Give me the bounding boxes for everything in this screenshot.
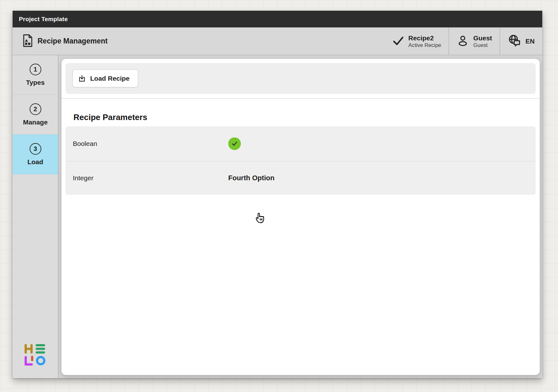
step-label: Types	[26, 79, 44, 86]
step-number-circle: 2	[30, 103, 41, 115]
load-recipe-button[interactable]: Load Recipe	[73, 70, 138, 87]
recipe-toolbar: Load Recipe	[66, 63, 536, 94]
active-recipe-status[interactable]: Recipe2 Active Recipe	[385, 27, 449, 55]
load-recipe-label: Load Recipe	[90, 75, 130, 82]
section-title: Recipe Parameters	[73, 112, 536, 122]
parameters-list: Boolean Integer Fourth Option	[66, 126, 536, 195]
download-icon	[78, 74, 86, 83]
desktop: { "window": { "titlebar": "Project Templ…	[0, 0, 558, 392]
app-header: Recipe Management Recipe2 Active Recipe	[13, 27, 542, 55]
window-titlebar: Project Template	[13, 11, 542, 27]
page-title: Recipe Management	[38, 37, 108, 45]
language-code: EN	[526, 37, 535, 45]
helio-logo	[25, 344, 45, 367]
parameter-row-boolean: Boolean	[66, 126, 536, 161]
active-recipe-label: Active Recipe	[408, 42, 441, 49]
parameter-name: Boolean	[73, 140, 97, 147]
step-label: Load	[27, 158, 43, 166]
language-switcher[interactable]: EN	[500, 27, 542, 55]
section-divider	[61, 98, 540, 99]
integer-selected-option[interactable]: Fourth Option	[228, 174, 275, 182]
user-menu[interactable]: Guest Guest	[449, 27, 500, 55]
boolean-checked-toggle[interactable]	[228, 137, 241, 150]
user-name: Guest	[473, 34, 492, 42]
user-role: Guest	[473, 42, 492, 49]
app-body: 1 Types 2 Manage 3 Load	[13, 55, 542, 378]
sidebar-step-load[interactable]: 3 Load	[13, 135, 58, 174]
sidebar-step-manage[interactable]: 2 Manage	[13, 95, 58, 135]
globe-language-icon	[508, 33, 521, 49]
recipe-document-icon	[22, 34, 33, 49]
window-title: Project Template	[19, 16, 68, 23]
step-number-circle: 1	[30, 64, 41, 75]
header-app-identity: Recipe Management	[13, 27, 385, 55]
step-sidebar: 1 Types 2 Manage 3 Load	[13, 55, 58, 378]
step-number-circle: 3	[30, 143, 41, 155]
parameter-name: Integer	[73, 174, 93, 182]
active-recipe-name: Recipe2	[408, 34, 441, 42]
sidebar-step-types[interactable]: 1 Types	[13, 55, 58, 95]
main-content: Load Recipe Recipe Parameters Boolean	[58, 55, 542, 378]
checkmark-icon	[392, 35, 404, 48]
step-label: Manage	[23, 118, 48, 126]
user-icon	[456, 34, 469, 49]
app-window: Project Template Recipe Management	[13, 11, 542, 378]
load-step-panel: Load Recipe Recipe Parameters Boolean	[61, 59, 540, 375]
parameter-row-integer: Integer Fourth Option	[66, 161, 536, 195]
